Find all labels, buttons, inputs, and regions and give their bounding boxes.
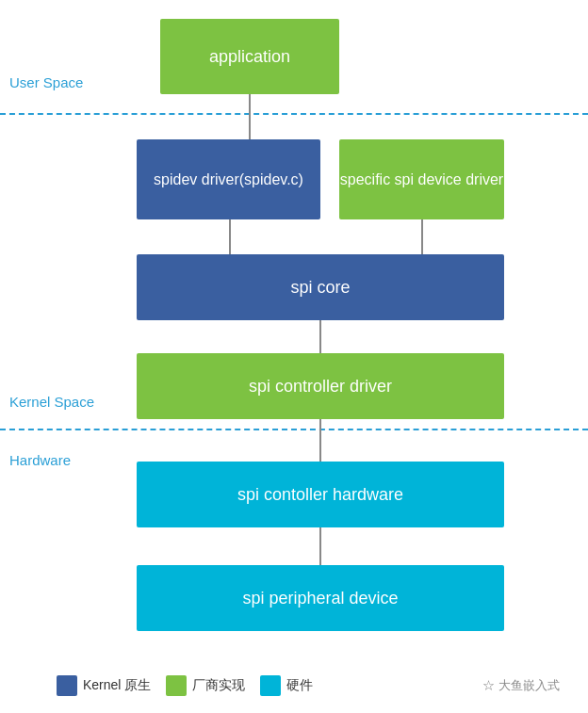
diagram-container: User Space Kernel Space Hardware applica… <box>0 0 588 713</box>
spi-core-box: spi core <box>137 254 504 320</box>
spi-controller-driver-box: spi controller driver <box>137 353 504 419</box>
dashed-line-1 <box>0 113 588 115</box>
connector-app-spidev <box>249 94 251 139</box>
application-box: application <box>160 19 339 94</box>
spi-peripheral-box: spi peripheral device <box>137 565 504 631</box>
vendor-swatch <box>166 675 187 696</box>
kernel-label: Kernel 原生 <box>83 677 151 694</box>
connector-ctrl-hw <box>319 419 321 462</box>
legend-hardware: 硬件 <box>260 675 313 696</box>
connector-spidev-core <box>229 219 231 254</box>
dashed-line-2 <box>0 429 588 430</box>
vendor-label: 厂商实现 <box>192 677 245 694</box>
specific-spi-driver-box: specific spi device driver <box>339 139 504 219</box>
legend-vendor: 厂商实现 <box>166 675 245 696</box>
kernel-swatch <box>57 675 77 696</box>
legend: Kernel 原生 厂商实现 硬件 <box>57 675 313 696</box>
kernel-space-label: Kernel Space <box>9 394 94 410</box>
connector-specific-core <box>421 219 423 254</box>
connector-hw-peripheral <box>319 527 321 565</box>
user-space-label: User Space <box>9 74 83 90</box>
hardware-label: 硬件 <box>286 677 313 694</box>
legend-kernel: Kernel 原生 <box>57 675 151 696</box>
hardware-swatch <box>260 675 281 696</box>
spidev-driver-box: spidev driver(spidev.c) <box>137 139 320 219</box>
connector-core-ctrl <box>319 320 321 353</box>
watermark: ☆ 大鱼嵌入式 <box>482 677 560 694</box>
spi-controller-hardware-box: spi contoller hardware <box>137 462 504 527</box>
watermark-text: ☆ 大鱼嵌入式 <box>482 677 560 694</box>
hardware-label: Hardware <box>9 452 71 468</box>
